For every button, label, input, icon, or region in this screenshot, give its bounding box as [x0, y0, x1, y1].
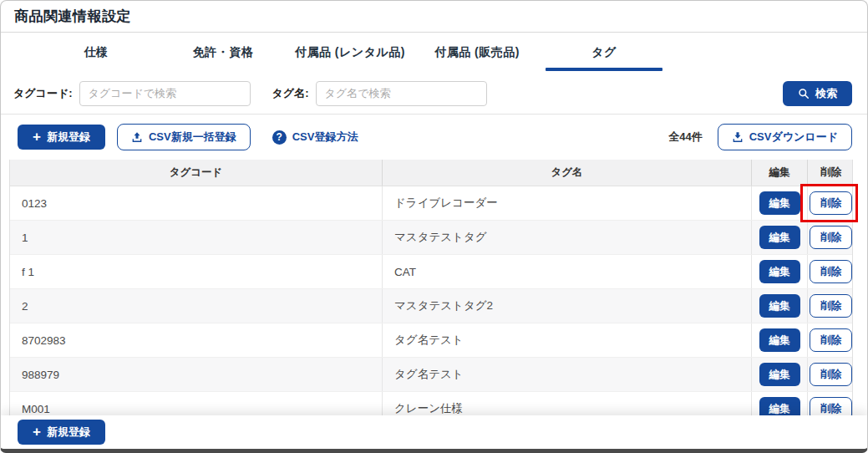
tag-name-cell: タグ名テスト [383, 323, 752, 357]
page-title: 商品関連情報設定 [14, 7, 131, 26]
tags-table: タグコード タグ名 編集 削除 0123 ドライブレコーダー 編集 削除 1 マ… [9, 160, 853, 426]
delete-button[interactable]: 削除 [810, 191, 852, 215]
tag-name-cell: ドライブレコーダー [383, 186, 752, 220]
tag-name-cell: タグ名テスト [383, 358, 752, 391]
delete-button[interactable]: 削除 [810, 294, 852, 318]
header-tag-name: タグ名 [383, 160, 752, 186]
header-delete: 削除 [808, 160, 854, 186]
question-icon: ? [272, 130, 287, 145]
edit-button[interactable]: 編集 [759, 191, 800, 215]
title-bar: 商品関連情報設定 [1, 1, 867, 33]
action-row: + 新規登録 CSV新規一括登録 ? CSV登録方法 全44件 CSVダウンロー… [1, 115, 867, 160]
plus-icon: + [33, 130, 41, 144]
tag-name-label: タグ名: [272, 86, 309, 101]
delete-button[interactable]: 削除 [810, 363, 852, 386]
footer-bar: + 新規登録 [1, 415, 867, 449]
table-row: f 1 CAT 編集 削除 [10, 255, 852, 289]
table-row: 1 マスタテストタグ 編集 削除 [10, 221, 852, 255]
tag-code-cell: 8702983 [10, 323, 383, 357]
header-tag-code: タグコード [10, 160, 383, 186]
csv-download-button[interactable]: CSVダウンロード [718, 124, 852, 150]
tag-code-label: タグコード: [13, 86, 73, 101]
header-edit: 編集 [752, 160, 808, 186]
table-row: 8702983 タグ名テスト 編集 削除 [10, 323, 852, 358]
tab-3[interactable]: 付属品 (販売品) [414, 33, 541, 73]
tab-1[interactable]: 免許・資格 [160, 33, 287, 73]
table-row: 988979 タグ名テスト 編集 削除 [10, 358, 852, 392]
plus-icon: + [33, 425, 41, 439]
tag-name-cell: CAT [383, 255, 752, 288]
tab-0[interactable]: 仕様 [33, 33, 160, 73]
tag-code-cell: 1 [10, 221, 383, 254]
edit-button[interactable]: 編集 [759, 328, 800, 352]
search-button[interactable]: 検索 [783, 81, 852, 106]
tab-2[interactable]: 付属品 (レンタル品) [287, 33, 414, 73]
tag-name-cell: マスタテストタグ [383, 221, 752, 254]
table-header-row: タグコード タグ名 編集 削除 [10, 160, 852, 186]
tab-bar: 仕様免許・資格付属品 (レンタル品)付属品 (販売品)タグ [1, 33, 867, 73]
edit-button[interactable]: 編集 [759, 260, 800, 283]
tag-name-cell: マスタテストタグ2 [383, 289, 752, 323]
edit-button[interactable]: 編集 [759, 363, 800, 386]
table-row: 0123 ドライブレコーダー 編集 削除 [10, 186, 852, 221]
csv-bulk-upload-button[interactable]: CSV新規一括登録 [117, 124, 251, 150]
total-count: 全44件 [668, 130, 702, 145]
tab-4[interactable]: タグ [541, 33, 667, 73]
download-icon [732, 131, 744, 143]
tag-code-cell: f 1 [10, 255, 383, 288]
upload-icon [131, 131, 143, 143]
search-icon [798, 88, 810, 99]
delete-button[interactable]: 削除 [810, 260, 852, 283]
table-row: 2 マスタテストタグ2 編集 削除 [10, 289, 852, 323]
footer-new-registration-button[interactable]: + 新規登録 [18, 420, 105, 445]
edit-button[interactable]: 編集 [759, 226, 800, 249]
tag-code-cell: 2 [10, 289, 383, 323]
csv-help-link[interactable]: ? CSV登録方法 [272, 130, 358, 145]
table-body: 0123 ドライブレコーダー 編集 削除 1 マスタテストタグ 編集 削除 [10, 186, 852, 426]
tag-name-input[interactable] [316, 81, 487, 106]
tag-code-input[interactable] [79, 81, 251, 106]
tag-code-cell: 0123 [10, 186, 383, 220]
edit-button[interactable]: 編集 [759, 294, 800, 318]
delete-button[interactable]: 削除 [810, 328, 852, 352]
new-registration-button[interactable]: + 新規登録 [18, 125, 105, 150]
delete-button[interactable]: 削除 [810, 226, 852, 249]
filter-row: タグコード: タグ名: 検索 [1, 73, 867, 115]
tag-code-cell: 988979 [10, 358, 383, 391]
app-window: 商品関連情報設定 仕様免許・資格付属品 (レンタル品)付属品 (販売品)タグ タ… [0, 0, 868, 453]
